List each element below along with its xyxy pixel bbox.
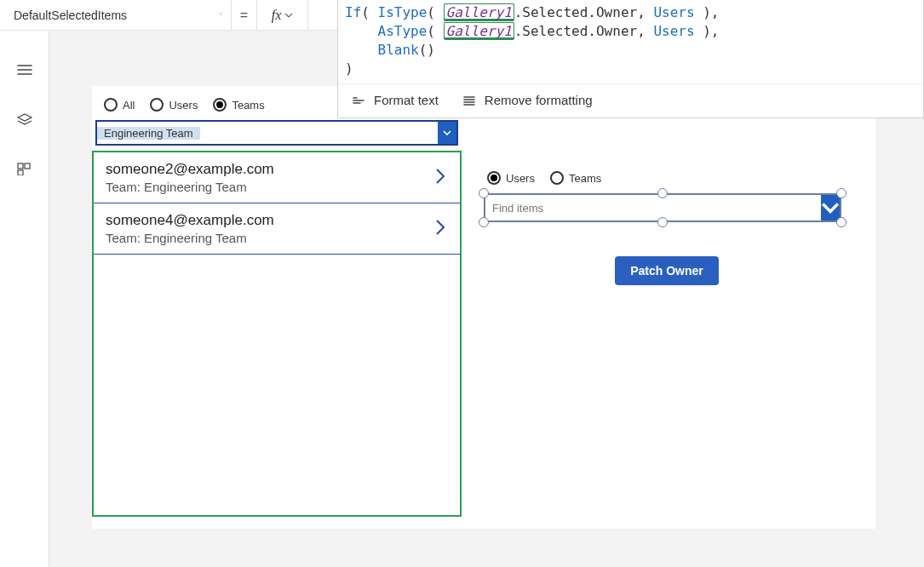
chevron-right-icon[interactable] [433,217,448,240]
gallery-item-subtitle: Team: Engineering Team [106,180,274,194]
resize-handle[interactable] [657,217,668,227]
fx-label: fx [272,8,282,23]
app-root: DefaultSelectedItems = fx If( IsType( Ga… [0,0,924,567]
owner-combobox-input[interactable] [485,202,821,215]
property-name: DefaultSelectedItems [9,9,127,22]
chevron-down-icon [284,13,293,18]
resize-handle[interactable] [479,217,489,227]
dropdown-toggle[interactable] [821,195,840,220]
gallery-item-title: someone2@example.com [106,161,274,178]
svg-rect-2 [18,170,23,175]
patch-owner-button[interactable]: Patch Owner [615,256,719,285]
gallery[interactable]: someone2@example.com Team: Engineering T… [92,151,462,517]
chevron-down-icon [214,13,222,18]
resize-handle[interactable] [479,188,489,198]
radio-circle-icon [104,98,118,112]
resize-handle[interactable] [836,188,847,198]
owner-combobox-selected[interactable] [484,193,841,222]
format-text-button[interactable]: Format text [352,93,439,107]
radio-all[interactable]: All [104,98,135,112]
radio-circle-icon [150,98,164,112]
dropdown-value: Engineering Team [97,127,200,140]
radio-users[interactable]: Users [150,98,198,112]
fx-button[interactable]: fx [257,0,308,30]
remove-formatting-button[interactable]: Remove formatting [462,93,593,107]
svg-rect-1 [25,163,30,169]
team-dropdown[interactable]: Engineering Team [95,120,458,146]
screen: All Users Teams Engineering Team [92,86,875,529]
remove-formatting-icon [462,94,476,106]
resize-handle[interactable] [657,188,668,198]
radio-circle-selected-icon [213,98,227,112]
gallery-item[interactable]: someone2@example.com Team: Engineering T… [94,152,460,203]
formula-actions: Format text Remove formatting [338,83,923,117]
radio-circle-icon [550,171,564,185]
formula-editor[interactable]: If( IsType( Gallery1.Selected.Owner, Use… [337,0,924,118]
dropdown-toggle[interactable] [438,122,456,144]
chevron-right-icon[interactable] [433,166,448,189]
left-panel: All Users Teams Engineering Team [92,86,462,529]
gallery-item[interactable]: someone4@example.com Team: Engineering T… [94,203,460,255]
gallery-item-subtitle: Team: Engineering Team [106,231,274,245]
property-selector[interactable]: DefaultSelectedItems [0,0,232,30]
right-panel: Users Teams [484,171,850,285]
layers-icon[interactable] [16,112,33,126]
radio-teams[interactable]: Teams [213,98,264,112]
left-rail [0,31,49,567]
formula-text[interactable]: If( IsType( Gallery1.Selected.Owner, Use… [338,0,923,83]
format-text-icon [352,94,365,106]
gallery-item-title: someone4@example.com [106,212,274,229]
hamburger-icon[interactable] [16,63,33,77]
radio-owner-teams[interactable]: Teams [550,171,601,185]
radio-owner-users[interactable]: Users [487,171,535,185]
radio-circle-selected-icon [487,171,501,185]
resize-handle[interactable] [836,217,847,227]
svg-rect-0 [18,163,23,169]
equals-sign: = [232,0,257,30]
components-icon[interactable] [16,162,33,175]
owner-type-radios: Users Teams [484,171,850,185]
